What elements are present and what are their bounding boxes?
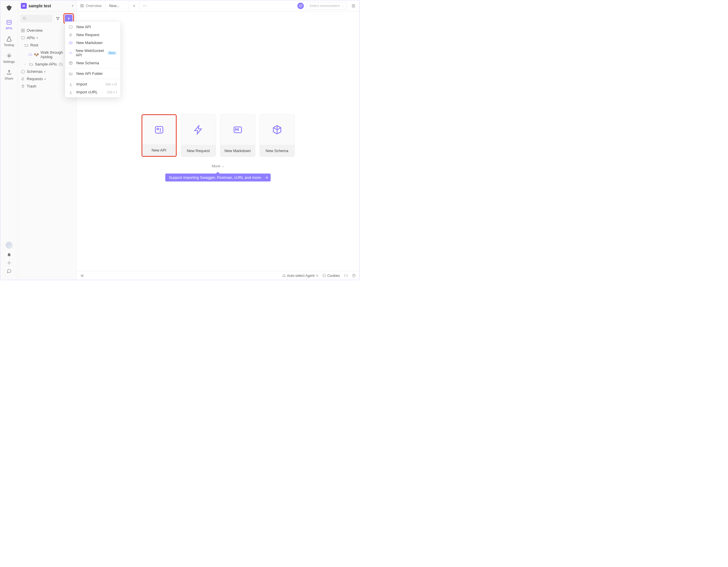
websocket-small-icon: [69, 51, 73, 55]
svg-rect-15: [29, 54, 32, 56]
tab-overview[interactable]: Overview: [77, 0, 105, 11]
footer-agent[interactable]: Auto-select Agent ⇅: [282, 274, 318, 278]
svg-rect-16: [81, 4, 82, 6]
dd-new-folder[interactable]: New API Folder: [65, 70, 120, 78]
card-new-api[interactable]: New API: [141, 114, 177, 157]
card-new-request[interactable]: New Request: [181, 114, 216, 157]
svg-rect-18: [81, 6, 82, 7]
dd-label: New Markdown: [76, 41, 103, 45]
caret-icon: ▾: [36, 36, 38, 39]
more-link[interactable]: More ⌄: [212, 164, 224, 168]
tooltip-close[interactable]: ✕: [265, 176, 268, 180]
svg-point-31: [323, 274, 326, 277]
search-icon: [23, 16, 27, 21]
rail-item-settings[interactable]: Settings: [0, 50, 18, 67]
svg-line-6: [25, 19, 26, 20]
filter-icon: [56, 16, 60, 21]
svg-point-20: [143, 5, 144, 6]
gear-small-icon[interactable]: [6, 260, 13, 265]
sidebar-search[interactable]: [20, 15, 52, 22]
footer-help[interactable]: [352, 274, 356, 277]
rail-item-apis[interactable]: APIs: [0, 17, 18, 33]
bolt-icon: [21, 77, 25, 81]
svg-rect-12: [21, 31, 23, 32]
svg-point-21: [144, 5, 145, 6]
rail-item-share[interactable]: Share: [0, 67, 18, 84]
user-avatar[interactable]: [6, 242, 13, 249]
cube-icon: [21, 70, 25, 74]
rail-label: APIs: [0, 26, 18, 30]
dd-shortcut: Ctrl + O: [106, 83, 117, 86]
cookie-icon: [322, 274, 326, 277]
apis-icon: [0, 19, 18, 26]
import-curl-icon: [69, 90, 73, 94]
app-logo[interactable]: [4, 3, 14, 13]
tooltip-text: Support importing Swagger, Postman, cURL…: [169, 175, 262, 180]
caret-down-icon: ▾: [72, 4, 73, 7]
tab-more-button[interactable]: [139, 0, 150, 11]
rail-item-testing[interactable]: Testing: [0, 33, 18, 50]
dd-shortcut: Ctrl + I: [107, 90, 117, 94]
dd-label: New API: [76, 25, 91, 29]
dd-import-curl[interactable]: Import cURL Ctrl + I: [65, 88, 120, 96]
folder-icon: [24, 43, 28, 47]
svg-rect-11: [23, 29, 24, 30]
chevrons-left-icon: [80, 274, 84, 278]
api-large-icon: [142, 115, 176, 144]
rail-label: Share: [0, 77, 18, 80]
settings-rail-icon: [0, 53, 18, 59]
bell-icon[interactable]: [6, 252, 13, 257]
import-icon: [69, 82, 73, 86]
add-dropdown: New API New Request M New Markdown New W…: [65, 21, 121, 97]
footer: Auto-select Agent ⇅ Cookies: [77, 271, 359, 280]
tab-new[interactable]: New...: [105, 0, 129, 11]
row-label: Sample APIs: [35, 62, 57, 66]
rail-label: Settings: [0, 60, 18, 63]
dd-new-websocket[interactable]: New WebSocket API Beta: [65, 47, 120, 59]
row-label: Trash: [27, 84, 36, 88]
svg-point-33: [324, 276, 325, 276]
project-icon: at: [21, 3, 27, 9]
import-tooltip: Support importing Swagger, Postman, cURL…: [165, 174, 271, 181]
feedback-icon[interactable]: [6, 269, 13, 273]
env-placeholder: Select environment: [309, 4, 340, 8]
environment-select[interactable]: Select environment ⌄: [306, 2, 347, 10]
tab-menu-button[interactable]: [349, 4, 358, 8]
dd-new-markdown[interactable]: M New Markdown: [65, 39, 120, 47]
row-label: Schemas: [27, 69, 43, 74]
card-label: New Request: [181, 145, 216, 157]
footer-cookies[interactable]: Cookies: [322, 274, 340, 278]
tab-label: New...: [109, 4, 119, 8]
footer-vars[interactable]: [344, 274, 348, 277]
card-label: New Schema: [260, 145, 294, 157]
svg-rect-19: [82, 6, 84, 7]
tab-label: Overview: [86, 4, 102, 8]
md-icon: [28, 53, 32, 57]
collapse-panel[interactable]: [80, 274, 84, 278]
dd-label: Import cURL: [76, 90, 98, 94]
card-new-markdown[interactable]: New Markdown: [220, 114, 255, 157]
run-button[interactable]: [297, 3, 304, 9]
row-label: APIs: [27, 36, 35, 40]
card-new-schema[interactable]: New Schema: [259, 114, 295, 157]
folder-plus-icon: [69, 72, 73, 76]
svg-point-32: [323, 275, 324, 275]
bolt-large-icon: [181, 115, 216, 145]
project-name: sample test: [28, 4, 70, 8]
tab-add-button[interactable]: [129, 0, 139, 11]
left-rail: APIs Testing Settings Share: [0, 0, 18, 280]
bolt-small-icon: [69, 33, 73, 37]
row-label: Overview: [27, 28, 43, 33]
dd-new-api[interactable]: New API: [65, 23, 120, 31]
folder-icon: [29, 62, 33, 66]
svg-point-3: [8, 55, 10, 57]
plus-icon: [67, 16, 71, 21]
project-header[interactable]: at sample test ▾: [18, 0, 76, 11]
dd-import[interactable]: Import Ctrl + O: [65, 80, 120, 88]
braces-icon: [344, 274, 348, 277]
filter-button[interactable]: [54, 15, 62, 22]
dd-new-schema[interactable]: New Schema: [65, 59, 120, 67]
svg-point-30: [284, 276, 285, 277]
dd-new-request[interactable]: New Request: [65, 31, 120, 39]
refresh-icon: [299, 4, 302, 8]
